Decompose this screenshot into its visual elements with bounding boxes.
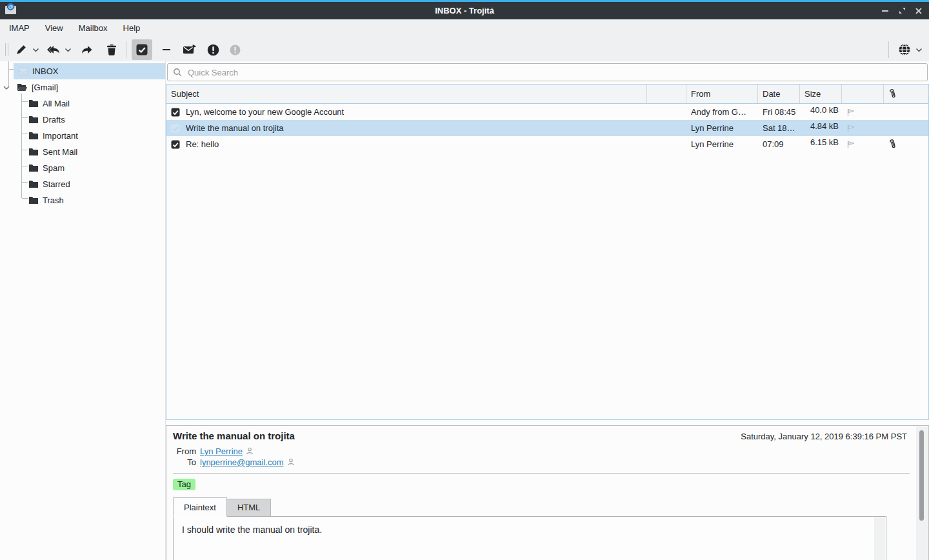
sidebar-item-inbox[interactable]: INBOX xyxy=(0,63,165,79)
message-subject: Re: hello xyxy=(186,139,219,149)
preview-scrollbar-thumb[interactable] xyxy=(919,430,924,521)
column-header-attachment[interactable] xyxy=(884,85,928,103)
folder-icon xyxy=(28,99,39,108)
from-label: From xyxy=(173,446,196,457)
toolbar-separator xyxy=(888,41,889,58)
close-button[interactable] xyxy=(914,6,924,16)
message-size: 6.15 kB xyxy=(800,134,842,150)
message-body-text: I should write the manual on trojita. xyxy=(182,525,322,535)
person-icon[interactable] xyxy=(246,447,254,455)
chevron-down-icon[interactable] xyxy=(3,84,10,92)
titlebar[interactable]: @ INBOX - Trojitá xyxy=(0,2,929,19)
compose-options-dropdown[interactable] xyxy=(30,40,41,59)
body-scrollbar-track[interactable] xyxy=(874,517,885,560)
envelope-flag-icon xyxy=(182,43,197,57)
sidebar-item-label: All Mail xyxy=(43,99,70,108)
reply-button[interactable] xyxy=(45,40,63,59)
sidebar-item-drafts[interactable]: Drafts xyxy=(0,112,165,128)
mailbox-tree: INBOX [Gmail] All Mail Drafts Import xyxy=(0,61,166,560)
menu-mailbox[interactable]: Mailbox xyxy=(71,21,115,35)
menu-imap[interactable]: IMAP xyxy=(1,21,37,35)
tab-plaintext[interactable]: Plaintext xyxy=(173,497,227,517)
forward-button[interactable] xyxy=(78,40,96,59)
minus-icon xyxy=(163,49,170,50)
message-date: Sat 18… xyxy=(758,120,800,136)
flag-icon[interactable] xyxy=(846,140,856,149)
alert-icon xyxy=(206,43,220,57)
sidebar-item-spam[interactable]: Spam xyxy=(0,160,165,176)
message-from: Andy from G… xyxy=(686,104,758,120)
message-row[interactable]: Re: hello Lyn Perrine 07:09 6.15 kB xyxy=(166,136,928,152)
reply-icon xyxy=(46,43,61,57)
read-checkbox-icon[interactable] xyxy=(171,108,180,117)
reply-options-dropdown[interactable] xyxy=(63,40,73,59)
sidebar-item-label: Spam xyxy=(43,163,65,173)
preview-scrollbar-track[interactable] xyxy=(916,426,928,560)
sidebar-item-important[interactable]: Important xyxy=(0,128,165,144)
tab-html[interactable]: HTML xyxy=(226,499,271,517)
folder-icon xyxy=(28,148,39,156)
sidebar-item-gmail[interactable]: [Gmail] xyxy=(0,79,165,95)
network-button[interactable] xyxy=(895,40,914,59)
toolbar-drag-handle[interactable] xyxy=(5,43,8,56)
mark-junk-button[interactable] xyxy=(181,40,199,59)
column-header-subject[interactable]: Subject xyxy=(166,85,647,103)
message-list: Subject From Date Size Lyn, we xyxy=(166,84,929,420)
to-link[interactable]: lynperrine@gmail.com xyxy=(200,457,284,467)
column-header-date[interactable]: Date xyxy=(758,85,800,103)
person-icon[interactable] xyxy=(287,458,295,466)
svg-text:@: @ xyxy=(8,4,13,10)
checkbox-checked-icon xyxy=(135,43,148,56)
folder-icon xyxy=(28,164,39,172)
sidebar-item-sent-mail[interactable]: Sent Mail xyxy=(0,144,165,160)
folder-icon xyxy=(28,196,39,205)
mark-read-toggle[interactable] xyxy=(132,39,152,60)
sidebar-item-starred[interactable]: Starred xyxy=(0,176,165,192)
toolbar-separator xyxy=(126,41,126,58)
paperclip-icon xyxy=(887,88,899,101)
column-header-blank[interactable] xyxy=(647,85,686,103)
message-subject: Lyn, welcome to your new Google Account xyxy=(186,107,344,117)
compose-button[interactable] xyxy=(12,40,30,59)
trash-icon xyxy=(105,43,118,57)
sidebar-item-label: Starred xyxy=(43,179,70,189)
chevron-down-icon xyxy=(64,46,72,54)
search-row xyxy=(166,61,929,84)
folder-icon xyxy=(28,115,39,124)
alert-disabled-icon xyxy=(229,44,241,56)
sidebar-item-trash[interactable]: Trash xyxy=(0,192,165,208)
window-title: INBOX - Trojitá xyxy=(0,6,929,15)
message-from: Lyn Perrine xyxy=(686,120,758,136)
flag-important-button[interactable] xyxy=(204,40,222,59)
preview-divider xyxy=(173,473,910,474)
restore-button[interactable] xyxy=(897,6,907,16)
chevron-down-icon xyxy=(32,46,40,54)
menu-help[interactable]: Help xyxy=(115,21,148,35)
column-header-flag[interactable] xyxy=(842,85,884,103)
sidebar-item-all-mail[interactable]: All Mail xyxy=(0,95,165,112)
flag-icon[interactable] xyxy=(846,108,856,117)
preview-tabs: Plaintext HTML xyxy=(173,499,910,517)
sidebar-item-label: Trash xyxy=(43,195,64,205)
mark-deleted-button[interactable] xyxy=(157,40,175,59)
sidebar-item-label: Drafts xyxy=(43,115,65,125)
network-options-dropdown[interactable] xyxy=(914,40,924,59)
column-header-from[interactable]: From xyxy=(686,85,758,103)
minimize-button[interactable] xyxy=(880,6,890,16)
read-checkbox-icon[interactable] xyxy=(171,140,180,149)
read-checkbox-icon[interactable] xyxy=(171,124,180,133)
delete-button[interactable] xyxy=(103,40,121,59)
folder-open-icon xyxy=(17,83,28,92)
tag-badge[interactable]: Tag xyxy=(173,479,195,490)
from-link[interactable]: Lyn Perrine xyxy=(200,446,243,456)
message-date: Fri 08:45 xyxy=(758,104,800,120)
search-input[interactable] xyxy=(188,68,922,77)
menu-view[interactable]: View xyxy=(37,21,71,35)
search-box[interactable] xyxy=(167,63,928,81)
message-body[interactable]: I should write the manual on trojita. xyxy=(173,516,886,560)
sidebar-item-label: INBOX xyxy=(32,66,58,76)
chevron-down-icon xyxy=(915,46,923,54)
column-header-size[interactable]: Size xyxy=(800,85,842,103)
sidebar-item-label: [Gmail] xyxy=(32,83,58,92)
flag-icon[interactable] xyxy=(846,124,856,133)
